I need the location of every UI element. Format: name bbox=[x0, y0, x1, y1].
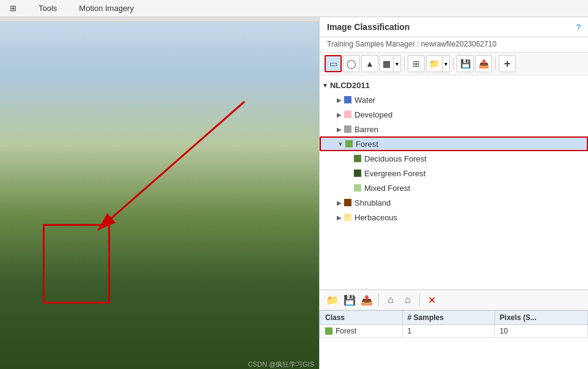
col-class: Class bbox=[320, 311, 403, 325]
tree-root-nlcd[interactable]: ▼ NLCD2011 bbox=[320, 78, 588, 92]
row-class-cell: Forest bbox=[320, 325, 403, 338]
label-evergreen: Evergreen Forest bbox=[364, 169, 425, 178]
toolbar-separator-3 bbox=[495, 58, 496, 70]
panel-help-btn[interactable]: ? bbox=[576, 23, 581, 32]
add-class-btn[interactable]: + bbox=[499, 55, 516, 72]
root-label: NLCD2011 bbox=[330, 81, 370, 90]
label-herbaceous: Herbaceous bbox=[355, 213, 397, 222]
expand-herbaceous: ▶ bbox=[334, 214, 344, 221]
tree-item-water[interactable]: ▶ Water bbox=[320, 92, 588, 107]
tree-item-forest[interactable]: ▼ Forest bbox=[320, 136, 588, 151]
expand-barren: ▶ bbox=[334, 126, 344, 133]
toolbar-separator-2 bbox=[453, 58, 454, 70]
samples-table: Class # Samples Pixels (S... Forest bbox=[320, 310, 588, 338]
watermark: CSDN @疯狂学习GIS bbox=[248, 360, 314, 369]
color-swatch-mixed bbox=[354, 184, 361, 192]
label-developed: Developed bbox=[355, 110, 392, 119]
merge-btn[interactable]: ⌂ bbox=[383, 292, 399, 308]
save-samples-btn[interactable]: 💾 bbox=[342, 292, 358, 308]
grid-tool[interactable]: ⊞ bbox=[408, 55, 425, 72]
col-samples: # Samples bbox=[402, 311, 494, 325]
circle-draw-tool[interactable]: ▲ bbox=[361, 55, 378, 72]
tree-item-evergreen[interactable]: Evergreen Forest bbox=[320, 166, 588, 181]
delete-btn[interactable]: ✕ bbox=[424, 292, 439, 308]
bottom-samples-area: 📁 💾 📤 ⌂ ⌂ ✕ Class # Samples Pixels (S... bbox=[320, 289, 588, 369]
panel-subtitle: Training Samples Manager : newrawfile202… bbox=[320, 37, 588, 53]
color-swatch-herbaceous bbox=[344, 214, 351, 221]
image-canvas: CSDN @疯狂学习GIS bbox=[0, 22, 319, 369]
export-tool[interactable]: 📤 bbox=[475, 55, 492, 72]
tree-item-deciduous[interactable]: Deciduous Forest bbox=[320, 151, 588, 166]
row-pixels-cell: 10 bbox=[494, 325, 587, 338]
folder-tool[interactable]: 📁 ▾ bbox=[426, 55, 450, 72]
image-area: CSDN @疯狂学习GIS bbox=[0, 17, 319, 369]
label-mixed: Mixed Forest bbox=[364, 184, 410, 193]
class-tree-panel: ▼ NLCD2011 ▶ Water ▶ Developed ▶ bbox=[320, 75, 588, 289]
tree-item-shrubland[interactable]: ▶ Shrubland bbox=[320, 195, 588, 210]
image-scrollbar[interactable] bbox=[0, 17, 319, 22]
expand-water: ▶ bbox=[334, 97, 344, 103]
color-swatch-water bbox=[344, 96, 351, 103]
color-swatch-barren bbox=[344, 125, 351, 133]
row-class-label: Forest bbox=[336, 327, 356, 335]
export-samples-btn[interactable]: 📤 bbox=[359, 292, 375, 308]
color-swatch-forest bbox=[345, 140, 353, 147]
label-shrubland: Shrubland bbox=[355, 198, 391, 207]
magic-wand-tool[interactable]: ▦ ▾ bbox=[380, 55, 401, 72]
panel-header: Image Classification ? bbox=[320, 17, 588, 37]
label-water: Water bbox=[355, 95, 375, 105]
tree-selection-box bbox=[43, 224, 110, 304]
samples-toolbar: 📁 💾 📤 ⌂ ⌂ ✕ bbox=[320, 290, 588, 310]
row-color-swatch bbox=[325, 327, 333, 335]
toolbar-sep bbox=[378, 294, 379, 306]
split-btn[interactable]: ⌂ bbox=[400, 292, 416, 308]
samples-table-container: Class # Samples Pixels (S... Forest bbox=[320, 310, 588, 369]
tree-item-herbaceous[interactable]: ▶ Herbaceous bbox=[320, 210, 588, 225]
menu-bar: ⊞ Tools Motion Imagery bbox=[0, 0, 588, 17]
col-pixels: Pixels (S... bbox=[494, 311, 587, 325]
open-samples-btn[interactable]: 📁 bbox=[325, 292, 340, 308]
right-panel: Image Classification ? Training Samples … bbox=[319, 17, 588, 369]
root-expand-icon: ▼ bbox=[322, 82, 328, 89]
tree-item-developed[interactable]: ▶ Developed bbox=[320, 107, 588, 122]
color-swatch-shrubland bbox=[344, 199, 351, 206]
row-samples-cell: 1 bbox=[402, 325, 494, 338]
toolbar-sep-2 bbox=[419, 294, 420, 306]
rect-draw-tool[interactable]: ▭ bbox=[325, 55, 342, 72]
menu-tools[interactable]: Tools bbox=[34, 1, 62, 15]
color-swatch-deciduous bbox=[354, 155, 361, 162]
expand-shrubland: ▶ bbox=[334, 199, 344, 206]
svg-line-1 bbox=[98, 102, 244, 230]
label-barren: Barren bbox=[355, 125, 378, 134]
panel-title: Image Classification bbox=[327, 22, 410, 32]
polygon-draw-tool[interactable]: ◯ bbox=[343, 55, 360, 72]
color-swatch-evergreen bbox=[354, 170, 361, 177]
save-tool[interactable]: 💾 bbox=[457, 55, 474, 72]
label-deciduous: Deciduous Forest bbox=[364, 154, 427, 163]
menu-icon-btn[interactable]: ⊞ bbox=[5, 1, 21, 15]
main-content: CSDN @疯狂学习GIS Image Classification ? Tra… bbox=[0, 17, 588, 369]
label-forest: Forest bbox=[356, 140, 378, 149]
menu-motion-imagery[interactable]: Motion Imagery bbox=[74, 1, 139, 15]
drawing-toolbar: ▭ ◯ ▲ ▦ ▾ ⊞ 📁 ▾ 💾 📤 + bbox=[320, 53, 588, 75]
table-row[interactable]: Forest 1 10 bbox=[320, 325, 588, 338]
expand-developed: ▶ bbox=[334, 111, 344, 118]
tree-item-mixed[interactable]: Mixed Forest bbox=[320, 181, 588, 195]
color-swatch-developed bbox=[344, 111, 351, 118]
expand-forest: ▼ bbox=[336, 141, 345, 147]
toolbar-separator-1 bbox=[404, 58, 405, 70]
tree-item-barren[interactable]: ▶ Barren bbox=[320, 122, 588, 136]
